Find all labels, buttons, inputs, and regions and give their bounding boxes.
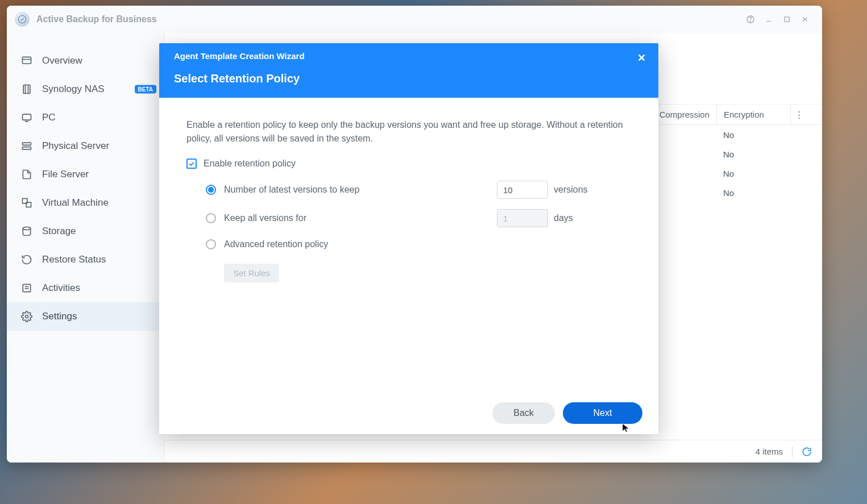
set-rules-button[interactable]: Set Rules [224, 264, 279, 282]
days-input[interactable] [497, 209, 548, 227]
svg-rect-7 [23, 57, 31, 64]
svg-rect-9 [23, 85, 30, 94]
modal-close-button[interactable]: ✕ [633, 50, 649, 66]
maximize-button[interactable] [778, 10, 796, 28]
pserver-icon [20, 140, 33, 152]
modal-header: Agent Template Creation Wizard Select Re… [159, 43, 658, 98]
encryption-cell: No [716, 130, 790, 140]
beta-badge: BETA [135, 85, 156, 94]
statusbar: 4 items [165, 440, 822, 463]
svg-point-18 [23, 227, 30, 230]
radio-keep-all[interactable] [206, 213, 216, 223]
column-options-button[interactable]: ⋮ [790, 105, 807, 124]
minimize-button[interactable] [760, 10, 778, 28]
storage-icon [20, 225, 33, 238]
modal-description: Enable a retention policy to keep only t… [186, 118, 631, 145]
radio-advanced[interactable] [206, 239, 216, 249]
enable-retention-checkbox[interactable] [186, 159, 197, 169]
sidebar-item-label: Activities [42, 282, 80, 294]
refresh-button[interactable] [802, 447, 812, 457]
sidebar-item-label: Settings [42, 311, 77, 322]
titlebar: Active Backup for Business [7, 6, 822, 33]
modal-body: Enable a retention policy to keep only t… [159, 98, 658, 392]
svg-rect-12 [23, 114, 31, 120]
sidebar-item-overview[interactable]: Overview [7, 47, 164, 75]
activities-icon [20, 282, 33, 294]
sidebar-item-label: Virtual Machine [42, 197, 109, 209]
sidebar: Overview Synology NAS BETA PC Physical S… [7, 33, 165, 463]
restore-icon [20, 253, 33, 266]
sidebar-item-pc[interactable]: PC [7, 103, 164, 132]
svg-rect-4 [785, 17, 789, 22]
next-button[interactable]: Next [563, 402, 642, 424]
vm-icon [20, 197, 33, 209]
radio-latest-versions[interactable] [206, 185, 216, 195]
opt-latest-versions-label: Number of latest versions to keep [224, 183, 497, 197]
app-icon [15, 12, 30, 27]
help-button[interactable] [741, 10, 760, 28]
sidebar-item-physical-server[interactable]: Physical Server [7, 132, 164, 160]
sidebar-item-file-server[interactable]: File Server [7, 160, 164, 189]
column-header-encryption[interactable]: Encryption [716, 105, 790, 124]
sidebar-item-settings[interactable]: Settings [7, 302, 164, 331]
opt-keep-all-label: Keep all versions for [224, 211, 497, 225]
versions-input[interactable] [497, 181, 548, 199]
sidebar-item-synology-nas[interactable]: Synology NAS BETA [7, 75, 164, 103]
close-button[interactable] [796, 10, 814, 28]
sidebar-item-label: File Server [42, 169, 89, 180]
encryption-cell: No [716, 149, 790, 159]
wizard-modal: Agent Template Creation Wizard Select Re… [159, 43, 658, 434]
modal-title: Agent Template Creation Wizard [174, 51, 644, 61]
versions-unit: versions [554, 183, 588, 197]
sidebar-item-activities[interactable]: Activities [7, 274, 164, 302]
days-unit: days [554, 211, 573, 225]
sidebar-item-label: Physical Server [42, 140, 109, 152]
svg-rect-14 [23, 143, 31, 145]
enable-retention-label: Enable retention policy [204, 157, 296, 170]
sidebar-item-label: Storage [42, 226, 76, 237]
item-count: 4 items [756, 447, 783, 456]
sidebar-item-label: Restore Status [42, 254, 106, 265]
pc-icon [20, 111, 33, 124]
app-title: Active Backup for Business [36, 14, 157, 24]
back-button[interactable]: Back [492, 402, 555, 424]
modal-footer: Back Next [159, 392, 658, 434]
gear-icon [20, 310, 33, 323]
fserver-icon [20, 168, 33, 181]
sidebar-item-restore-status[interactable]: Restore Status [7, 245, 164, 274]
sidebar-item-storage[interactable]: Storage [7, 217, 164, 245]
nas-icon [20, 83, 33, 95]
overview-icon [20, 55, 33, 67]
sidebar-item-virtual-machine[interactable]: Virtual Machine [7, 189, 164, 217]
svg-point-22 [26, 315, 28, 318]
svg-point-2 [750, 21, 751, 22]
opt-advanced-label: Advanced retention policy [224, 238, 497, 251]
encryption-cell: No [716, 188, 790, 198]
sidebar-item-label: Overview [42, 55, 82, 66]
encryption-cell: No [716, 169, 790, 178]
svg-rect-15 [23, 147, 31, 149]
sidebar-item-label: PC [42, 112, 56, 123]
modal-subtitle: Select Retention Policy [174, 72, 644, 85]
sidebar-item-label: Synology NAS [42, 84, 105, 95]
column-header-compression[interactable]: Compression [659, 110, 716, 119]
